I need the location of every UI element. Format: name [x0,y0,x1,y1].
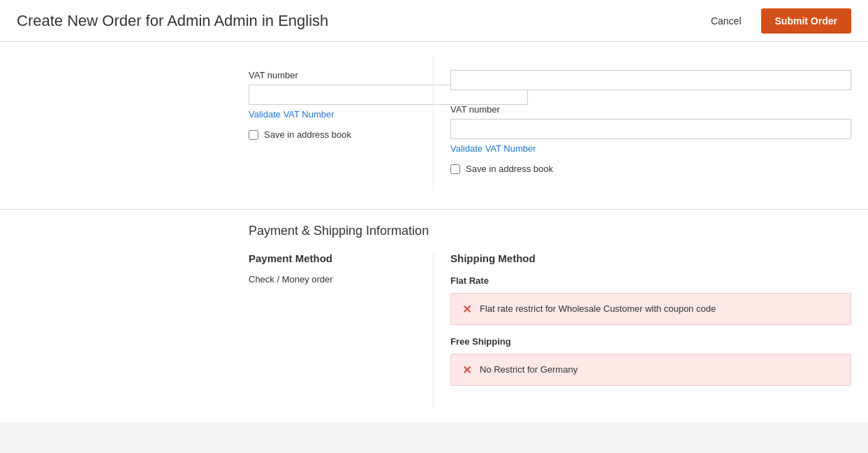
section-divider [0,209,868,210]
save-address-checkbox-right[interactable] [450,164,460,174]
submit-order-button[interactable]: Submit Order [761,8,851,34]
flat-rate-label: Flat Rate [450,275,851,286]
save-address-row-left: Save in address book [249,129,416,140]
free-shipping-error-text: No Restrict for Germany [480,363,578,377]
header-actions: Cancel Submit Order [703,8,851,34]
save-address-label-right: Save in address book [466,164,553,174]
save-address-checkbox-left[interactable] [249,130,258,140]
validate-vat-link-left[interactable]: Validate VAT Number [249,109,334,120]
shipping-heading: Shipping Method [450,252,851,264]
vat-label-right: VAT number [450,104,851,115]
save-address-label-left: Save in address book [264,129,351,140]
vat-input-right[interactable] [450,119,851,139]
validate-vat-link-right[interactable]: Validate VAT Number [450,143,536,154]
shipping-column: Shipping Method Flat Rate ✕ Flat rate re… [433,252,868,408]
payment-shipping-title: Payment & Shipping Information [0,224,868,238]
vat-section: VAT number Validate VAT Number Save in a… [0,56,868,188]
free-shipping-error-box: ✕ No Restrict for Germany [450,354,851,386]
top-right-input[interactable] [450,70,851,90]
flat-rate-error-icon: ✕ [462,303,471,316]
payment-method-text: Check / Money order [249,274,416,285]
top-input-row [450,70,851,90]
free-shipping-error-icon: ✕ [462,364,471,377]
flat-rate-error-box: ✕ Flat rate restrict for Wholesale Custo… [450,293,851,325]
vat-label-left: VAT number [249,70,416,80]
payment-heading: Payment Method [249,252,416,264]
payment-column: Payment Method Check / Money order [0,252,433,408]
free-shipping-label: Free Shipping [450,336,851,347]
right-column: VAT number Validate VAT Number Save in a… [433,56,868,188]
payment-shipping-layout: Payment Method Check / Money order Shipp… [0,252,868,408]
page-header: Create New Order for Admin Admin in Engl… [0,0,868,42]
main-content: VAT number Validate VAT Number Save in a… [0,42,868,422]
save-address-row-right: Save in address book [450,164,851,174]
cancel-button[interactable]: Cancel [703,10,750,32]
page-title: Create New Order for Admin Admin in Engl… [17,12,328,30]
left-column: VAT number Validate VAT Number Save in a… [0,56,433,188]
flat-rate-error-text: Flat rate restrict for Wholesale Custome… [480,302,716,316]
